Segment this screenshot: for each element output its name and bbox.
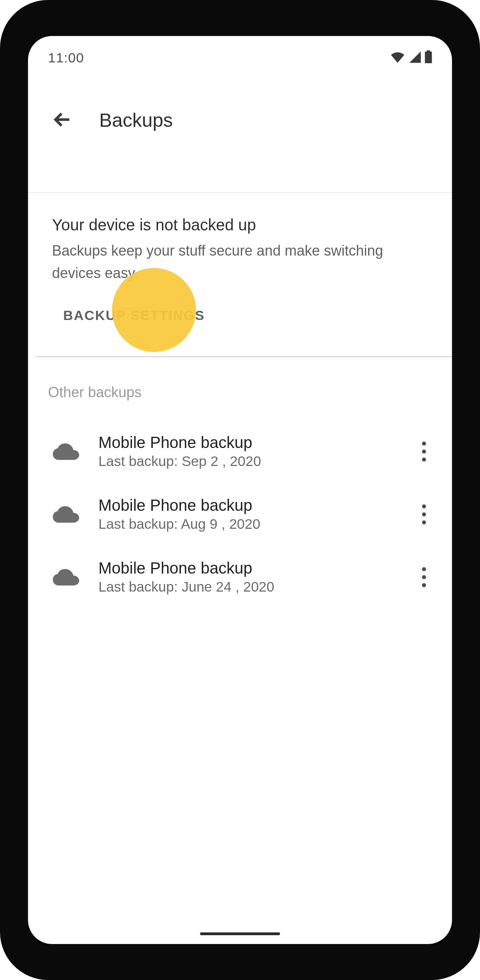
backup-subtitle: Last backup: June 24 , 2020 — [98, 579, 394, 595]
backup-row-text: Mobile Phone backup Last backup: June 24… — [98, 559, 394, 595]
backup-row-text: Mobile Phone backup Last backup: Sep 2 ,… — [98, 434, 394, 469]
divider — [36, 356, 452, 357]
backup-list: Mobile Phone backup Last backup: Sep 2 ,… — [28, 420, 452, 608]
cloud-icon — [52, 500, 80, 528]
home-indicator[interactable] — [200, 932, 280, 935]
backup-subtitle: Last backup: Aug 9 , 2020 — [98, 516, 394, 532]
page-title: Backups — [99, 109, 173, 131]
more-vertical-icon — [422, 567, 426, 587]
cloud-icon — [52, 563, 80, 591]
cloud-icon — [52, 438, 80, 466]
divider — [28, 192, 452, 193]
backup-settings-button[interactable]: BACKUP SETTINGS — [62, 304, 206, 327]
frame-side-button — [478, 224, 480, 272]
backup-warning-block: Your device is not backed up Backups kee… — [28, 208, 452, 343]
backup-row[interactable]: Mobile Phone backup Last backup: Sep 2 ,… — [28, 420, 452, 483]
more-options-button[interactable] — [412, 498, 436, 530]
more-vertical-icon — [422, 442, 426, 462]
status-icons — [390, 50, 432, 65]
app-bar: Backups — [28, 96, 452, 144]
more-options-button[interactable] — [412, 436, 436, 468]
frame-side-button — [478, 296, 480, 344]
status-bar: 11:00 — [28, 46, 452, 70]
arrow-left-icon — [52, 109, 73, 131]
backup-title: Mobile Phone backup — [98, 434, 394, 452]
device-frame: 11:00 Backups Yo — [0, 0, 480, 980]
backup-row[interactable]: Mobile Phone backup Last backup: Aug 9 ,… — [28, 483, 452, 546]
screen: 11:00 Backups Yo — [28, 36, 452, 944]
backup-title: Mobile Phone backup — [98, 496, 394, 514]
cellular-icon — [409, 51, 421, 64]
warning-subtitle: Backups keep your stuff secure and make … — [52, 240, 428, 284]
wifi-icon — [390, 51, 405, 64]
more-vertical-icon — [422, 504, 426, 524]
backup-row-text: Mobile Phone backup Last backup: Aug 9 ,… — [98, 496, 394, 532]
status-time: 11:00 — [48, 50, 84, 66]
section-header-other-backups: Other backups — [48, 384, 142, 401]
warning-title: Your device is not backed up — [52, 216, 428, 234]
backup-title: Mobile Phone backup — [98, 559, 394, 577]
backup-subtitle: Last backup: Sep 2 , 2020 — [98, 453, 394, 469]
more-options-button[interactable] — [412, 561, 436, 593]
backup-row[interactable]: Mobile Phone backup Last backup: June 24… — [28, 546, 452, 608]
battery-icon — [425, 50, 432, 65]
back-button[interactable] — [48, 106, 77, 134]
frame-side-button — [478, 440, 480, 488]
